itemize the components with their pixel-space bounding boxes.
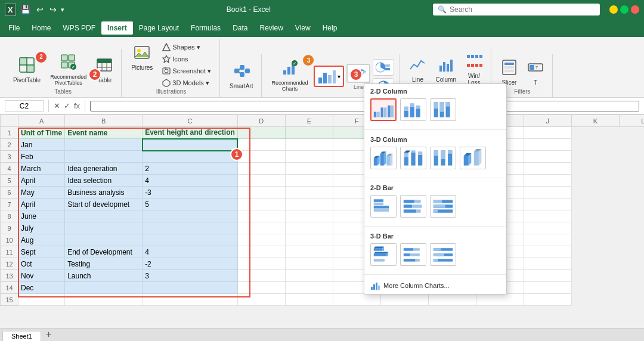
pictures-button[interactable]: Pictures (128, 42, 156, 73)
icons-button[interactable]: Icons (159, 54, 215, 64)
table-cell[interactable] (143, 210, 238, 222)
close-button[interactable] (631, 5, 639, 14)
table-cell[interactable] (285, 187, 333, 199)
search-bar[interactable]: 🔍 (433, 4, 600, 16)
table-cell[interactable]: Idea selection (65, 175, 143, 187)
table-cell[interactable] (65, 234, 143, 246)
clustered-column-option[interactable] (370, 98, 397, 121)
table-cell[interactable]: April (18, 175, 65, 187)
table-cell[interactable] (143, 222, 238, 234)
table-cell-empty[interactable] (524, 222, 571, 234)
table-cell[interactable] (285, 258, 333, 270)
table-cell[interactable]: March (18, 163, 65, 175)
table-cell[interactable]: Jan (18, 139, 65, 151)
table-cell[interactable]: Start of developmet (65, 199, 143, 210)
line-sparkline-button[interactable]: Line (405, 54, 429, 85)
menu-view[interactable]: View (289, 21, 317, 35)
table-cell[interactable] (237, 222, 285, 234)
table-cell[interactable] (237, 282, 285, 294)
col-header-l[interactable]: L (619, 115, 644, 127)
table-cell[interactable]: July (18, 222, 65, 234)
table-cell[interactable] (237, 199, 285, 210)
table-cell[interactable] (285, 270, 333, 282)
customize-qat[interactable]: ▾ (61, 6, 64, 14)
table-cell[interactable] (237, 175, 285, 187)
table-cell[interactable] (143, 151, 238, 163)
grid-area[interactable]: A B C D E F G H I J K L M (0, 114, 644, 341)
table-cell[interactable]: 4 (143, 246, 238, 258)
table-cell-empty[interactable] (524, 175, 571, 187)
menu-home[interactable]: Home (26, 21, 57, 35)
col-header-j[interactable]: J (524, 115, 571, 127)
menu-formulas[interactable]: Formulas (185, 21, 227, 35)
stacked-bar-option[interactable] (400, 195, 426, 218)
table-cell[interactable]: Oct (18, 258, 65, 270)
table-cell[interactable] (237, 151, 285, 163)
table-cell[interactable] (65, 139, 143, 151)
table-cell[interactable] (285, 163, 333, 175)
table-cell[interactable] (237, 258, 285, 270)
confirm-formula-icon[interactable]: ✓ (64, 101, 70, 110)
col-header-d[interactable]: D (237, 115, 285, 127)
minimize-button[interactable] (609, 5, 618, 14)
table-cell[interactable]: Event height and direction (143, 127, 238, 139)
table-cell[interactable]: -2 (143, 258, 238, 270)
table-cell[interactable]: May (18, 187, 65, 199)
undo-button[interactable]: ↩ (35, 5, 45, 14)
column-chart-button[interactable]: ▾ (314, 66, 344, 87)
3d-100pct-stacked-bar[interactable] (430, 243, 456, 266)
3d-stacked-bar[interactable] (400, 243, 426, 266)
table-cell[interactable]: 5 (143, 199, 238, 210)
3d-100pct-stacked-column[interactable] (430, 147, 456, 169)
timeline-button[interactable]: T T (524, 57, 547, 88)
sheet-tab-1[interactable]: Sheet1 (2, 331, 41, 341)
menu-file[interactable]: File (2, 21, 26, 35)
table-cell-empty[interactable] (524, 139, 571, 151)
table-cell[interactable]: Idea generation (65, 163, 143, 175)
table-cell[interactable]: Event name (65, 127, 143, 139)
table-cell[interactable] (237, 234, 285, 246)
table-cell[interactable] (237, 139, 285, 151)
table-cell[interactable]: Dec (18, 282, 65, 294)
table-cell[interactable] (285, 282, 333, 294)
table-cell-empty[interactable] (476, 294, 524, 306)
redo-button[interactable]: ↪ (48, 5, 58, 14)
table-cell-empty[interactable] (524, 282, 571, 294)
table-cell[interactable]: -3 (143, 187, 238, 199)
table-cell[interactable] (285, 210, 333, 222)
table-cell[interactable]: Aug (18, 234, 65, 246)
save-button[interactable]: 💾 (18, 5, 32, 14)
table-cell[interactable]: Unit of Time (18, 127, 65, 139)
table-cell[interactable] (237, 210, 285, 222)
table-cell-empty[interactable] (524, 127, 571, 139)
table-cell-empty[interactable] (524, 294, 571, 306)
table-cell[interactable] (65, 151, 143, 163)
table-cell[interactable] (143, 282, 238, 294)
menu-help[interactable]: Help (317, 21, 343, 35)
table-cell[interactable] (143, 234, 238, 246)
table-cell-empty[interactable] (524, 210, 571, 222)
stacked-column-option[interactable] (400, 98, 426, 121)
table-cell[interactable]: Sept (18, 246, 65, 258)
table-cell[interactable] (285, 151, 333, 163)
table-cell[interactable] (285, 139, 333, 151)
3d-clustered-bar[interactable] (370, 243, 397, 266)
table-cell[interactable] (65, 222, 143, 234)
maximize-button[interactable] (620, 5, 628, 14)
table-cell[interactable] (285, 175, 333, 187)
search-input[interactable] (450, 5, 595, 14)
3d-column-option[interactable] (460, 147, 486, 169)
recommended-pivottables-button[interactable]: ✓ RecommendedPivotTables (47, 51, 90, 88)
table-cell-empty[interactable] (524, 163, 571, 175)
menu-insert[interactable]: Insert (101, 21, 133, 35)
100pct-stacked-column-option[interactable] (430, 98, 456, 121)
table-cell[interactable]: Launch (65, 270, 143, 282)
table-cell[interactable] (237, 187, 285, 199)
table-cell[interactable]: Testing (65, 258, 143, 270)
pie-chart-button[interactable] (373, 59, 394, 76)
3d-models-button[interactable]: 3D Models ▾ (159, 78, 215, 88)
table-cell[interactable]: Business analysis (65, 187, 143, 199)
table-cell[interactable] (18, 294, 65, 306)
table-cell[interactable] (237, 246, 285, 258)
more-charts-link[interactable]: More Column Charts... (364, 277, 506, 294)
